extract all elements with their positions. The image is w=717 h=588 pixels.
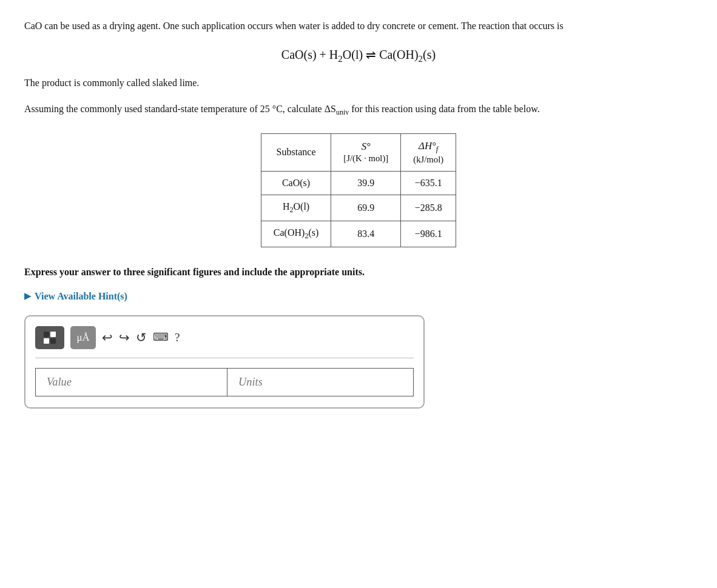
data-table: Substance S° [J/(K · mol)] ΔH°f (kJ/mol)…: [261, 133, 456, 248]
entropy-3: 83.4: [331, 221, 401, 247]
enthalpy-1: −635.1: [401, 171, 456, 195]
redo-button[interactable]: ↪: [119, 330, 130, 345]
slaked-lime-text: The product is commonly called slaked li…: [24, 78, 199, 88]
slaked-lime-paragraph: The product is commonly called slaked li…: [24, 75, 693, 91]
hint-text: View Available Hint(s): [35, 291, 127, 302]
mu-angstrom-button[interactable]: μÅ: [70, 326, 96, 349]
assumption-text: Assuming the commonly used standard-stat…: [24, 104, 540, 114]
grid-cell-4: [50, 338, 56, 344]
refresh-button[interactable]: ↺: [136, 330, 147, 345]
template-button[interactable]: [35, 326, 64, 349]
assumption-paragraph: Assuming the commonly used standard-stat…: [24, 101, 693, 118]
entropy-header-units: [J/(K · mol)]: [343, 153, 388, 163]
help-button[interactable]: ?: [175, 331, 180, 344]
col-enthalpy: ΔH°f (kJ/mol): [401, 133, 456, 171]
table-row: CaO(s) 39.9 −635.1: [261, 171, 456, 195]
toolbar: μÅ ↩ ↪ ↺ ⌨ ?: [35, 326, 414, 358]
input-row: [35, 368, 414, 396]
entropy-2: 69.9: [331, 195, 401, 221]
data-table-wrapper: Substance S° [J/(K · mol)] ΔH°f (kJ/mol)…: [24, 133, 693, 248]
entropy-header-top: S°: [362, 141, 371, 152]
intro-paragraph: CaO can be used as a drying agent. One s…: [24, 18, 693, 34]
col-entropy: S° [J/(K · mol)]: [331, 133, 401, 171]
table-row: Ca(OH)2(s) 83.4 −986.1: [261, 221, 456, 247]
grid-cell-2: [50, 332, 56, 337]
hint-arrow-icon: ▶: [24, 291, 31, 301]
units-input[interactable]: [227, 368, 414, 396]
hint-link[interactable]: ▶ View Available Hint(s): [24, 291, 693, 302]
intro-text: CaO can be used as a drying agent. One s…: [24, 21, 564, 31]
table-row: H2O(l) 69.9 −285.8: [261, 195, 456, 221]
substance-3: Ca(OH)2(s): [261, 221, 331, 247]
answer-box: μÅ ↩ ↪ ↺ ⌨ ?: [24, 315, 425, 409]
enthalpy-header-top: ΔH°f: [419, 140, 438, 152]
enthalpy-2: −285.8: [401, 195, 456, 221]
substance-2: H2O(l): [261, 195, 331, 221]
express-paragraph: Express your answer to three significant…: [24, 264, 693, 280]
substance-1: CaO(s): [261, 171, 331, 195]
value-input[interactable]: [35, 368, 227, 396]
equation-display: CaO(s) + H2O(l) ⇌ Ca(OH)2(s): [281, 48, 436, 61]
mu-angstrom-label: μÅ: [76, 332, 89, 344]
grid-icon: [44, 332, 56, 344]
undo-button[interactable]: ↩: [102, 330, 113, 345]
grid-cell-3: [44, 338, 49, 344]
col-substance: Substance: [261, 133, 331, 171]
entropy-1: 39.9: [331, 171, 401, 195]
enthalpy-header-units: (kJ/mol): [413, 155, 443, 164]
express-text: Express your answer to three significant…: [24, 267, 365, 277]
keyboard-button[interactable]: ⌨: [153, 331, 169, 344]
chemical-equation: CaO(s) + H2O(l) ⇌ Ca(OH)2(s): [24, 47, 693, 64]
grid-cell-1: [44, 332, 49, 337]
enthalpy-3: −986.1: [401, 221, 456, 247]
substance-header: Substance: [277, 147, 316, 157]
